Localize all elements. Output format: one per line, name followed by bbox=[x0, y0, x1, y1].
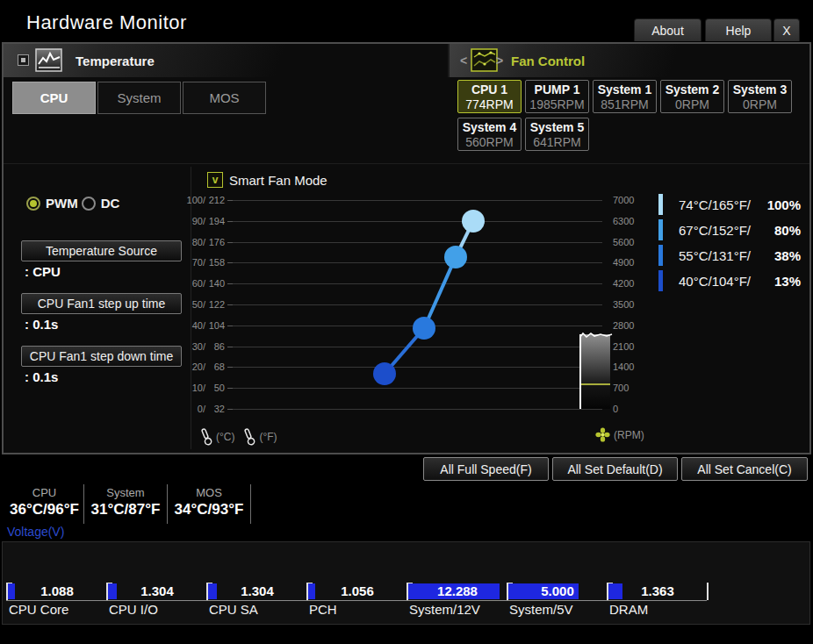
close-button[interactable]: X bbox=[773, 18, 800, 41]
voltage-value: 1.363 bbox=[608, 583, 707, 600]
about-button[interactable]: About bbox=[634, 18, 701, 41]
legend-color-bar bbox=[658, 245, 663, 266]
voltage-cell: 5.000 bbox=[507, 583, 607, 600]
dc-radio[interactable] bbox=[82, 197, 96, 211]
voltage-label: CPU SA bbox=[206, 602, 306, 617]
thermometer-celsius-icon bbox=[200, 427, 212, 447]
collapse-icon[interactable] bbox=[18, 54, 29, 66]
voltage-value: 5.000 bbox=[508, 583, 607, 600]
voltage-cell: 12.288 bbox=[406, 583, 507, 600]
voltage-cell: 1.088 bbox=[6, 583, 106, 600]
fan-control-graph-icon bbox=[471, 48, 499, 76]
all-set-cancel-button[interactable]: All Set Cancel(C) bbox=[681, 457, 808, 481]
pwm-radio[interactable] bbox=[26, 197, 40, 211]
step-down-time-value: : 0.1s bbox=[25, 369, 58, 384]
legend-color-bar bbox=[658, 270, 663, 291]
legend-color-bar bbox=[658, 219, 663, 240]
page-title: Hardware Monitor bbox=[26, 11, 187, 34]
tab-cpu[interactable]: CPU bbox=[12, 82, 96, 114]
temperature-source-button[interactable]: Temperature Source bbox=[21, 240, 182, 261]
hardware-monitor-window: Hardware Monitor About Help X Temperatur… bbox=[0, 0, 813, 644]
fan-button-system4[interactable]: System 4 560RPM bbox=[457, 118, 522, 151]
voltage-cell: 1.363 bbox=[607, 583, 707, 600]
voltage-value: 1.056 bbox=[308, 583, 406, 600]
voltage-value: 1.304 bbox=[208, 583, 306, 600]
fan-curve-point[interactable] bbox=[444, 246, 467, 268]
voltage-panel: 1.088 1.304 1.304 1.056 12.288 5.000 1.3… bbox=[2, 541, 810, 625]
legend-row: 55°C/131°F/ 38% bbox=[658, 244, 801, 267]
dc-label: DC bbox=[101, 196, 120, 211]
voltage-value: 12.288 bbox=[408, 583, 507, 600]
fan-curve-point[interactable] bbox=[462, 210, 485, 233]
tab-mos[interactable]: MOS bbox=[183, 82, 266, 114]
fan-control-section-header: < > Fan Control bbox=[450, 44, 809, 77]
tab-system[interactable]: System bbox=[97, 82, 181, 114]
rpm-bar-top-edge bbox=[579, 331, 615, 340]
step-down-time-button[interactable]: CPU Fan1 step down time bbox=[21, 346, 182, 367]
rpm-unit: (RPM) bbox=[595, 427, 653, 442]
next-section-arrow-icon[interactable]: > bbox=[496, 54, 503, 68]
all-full-speed-button[interactable]: All Full Speed(F) bbox=[423, 457, 549, 481]
voltage-bars-row: 1.088 1.304 1.304 1.056 12.288 5.000 1.3… bbox=[6, 583, 707, 601]
smart-fan-label: Smart Fan Mode bbox=[229, 173, 327, 188]
temperature-tabs: CPU System MOS bbox=[12, 82, 266, 114]
status-mos-temp: MOS 34°C/93°F bbox=[168, 484, 251, 524]
temp-units: (°C) (°F) bbox=[200, 427, 286, 447]
fan-button-system1[interactable]: System 1 851RPM bbox=[593, 80, 657, 113]
fan-button-cpu1[interactable]: CPU 1 774RPM bbox=[457, 80, 522, 113]
voltage-cell: 1.304 bbox=[106, 583, 206, 600]
fan-mode-radios: PWM DC bbox=[26, 196, 123, 211]
step-up-time-value: : 0.1s bbox=[25, 317, 58, 332]
voltage-label: System/12V bbox=[406, 602, 507, 617]
fan-button-system2[interactable]: System 2 0RPM bbox=[660, 80, 724, 113]
monitor-panel: Temperature < > Fan Control CPU System M… bbox=[2, 42, 811, 454]
legend-color-bar bbox=[658, 194, 663, 215]
status-system-temp: System 31°C/87°F bbox=[84, 484, 168, 524]
voltage-label: CPU Core bbox=[6, 602, 106, 617]
voltage-cell: 1.056 bbox=[306, 583, 406, 600]
fan-button-system3[interactable]: System 3 0RPM bbox=[728, 80, 792, 113]
rpm-indicator-bar bbox=[579, 334, 610, 409]
header-divider bbox=[448, 44, 450, 77]
rpm-marker-line bbox=[581, 383, 610, 385]
voltage-value: 1.304 bbox=[108, 583, 206, 600]
temperature-graph-icon bbox=[35, 48, 63, 76]
fan-curve-point[interactable] bbox=[413, 317, 435, 340]
voltage-value: 1.088 bbox=[8, 583, 106, 600]
fan-curve bbox=[230, 200, 615, 409]
voltage-label: DRAM bbox=[607, 602, 707, 617]
body-divider bbox=[4, 163, 809, 164]
voltage-cell: 1.304 bbox=[206, 583, 306, 600]
pwm-label: PWM bbox=[46, 196, 78, 211]
voltage-section-title: Voltage(V) bbox=[7, 525, 64, 539]
fan-icon bbox=[595, 427, 610, 442]
temperature-section-header: Temperature bbox=[4, 44, 448, 77]
title-bar: Hardware Monitor About Help X bbox=[0, 0, 813, 42]
fan-control-title: Fan Control bbox=[511, 54, 585, 68]
legend-row: 40°C/104°F/ 13% bbox=[658, 269, 801, 292]
voltage-label: PCH bbox=[306, 602, 406, 617]
fan-button-pump1[interactable]: PUMP 1 1985RPM bbox=[525, 80, 589, 113]
step-up-time-button[interactable]: CPU Fan1 step up time bbox=[21, 293, 182, 314]
thermometer-fahrenheit-icon bbox=[243, 427, 255, 447]
temperature-title: Temperature bbox=[76, 54, 155, 68]
prev-section-arrow-icon[interactable]: < bbox=[460, 54, 467, 68]
status-temperatures: CPU 36°C/96°F System 31°C/87°F MOS 34°C/… bbox=[5, 484, 251, 524]
temperature-source-value: : CPU bbox=[25, 264, 61, 279]
help-button[interactable]: Help bbox=[705, 18, 772, 41]
voltage-label: CPU I/O bbox=[106, 602, 206, 617]
fan-selector-grid: CPU 1 774RPM PUMP 1 1985RPM System 1 851… bbox=[457, 80, 800, 151]
legend-row: 74°C/165°F/ 100% bbox=[658, 193, 801, 216]
smart-fan-checkbox[interactable]: v bbox=[207, 172, 223, 188]
voltage-label: System/5V bbox=[507, 602, 607, 617]
fan-curve-point[interactable] bbox=[373, 362, 396, 385]
legend-row: 67°C/152°F/ 80% bbox=[658, 218, 801, 241]
all-set-default-button[interactable]: All Set Default(D) bbox=[552, 457, 678, 481]
voltage-labels-row: CPU Core CPU I/O CPU SA PCH System/12V S… bbox=[6, 602, 707, 617]
status-cpu-temp: CPU 36°C/96°F bbox=[5, 484, 84, 524]
fan-button-system5[interactable]: System 5 641RPM bbox=[525, 118, 589, 151]
